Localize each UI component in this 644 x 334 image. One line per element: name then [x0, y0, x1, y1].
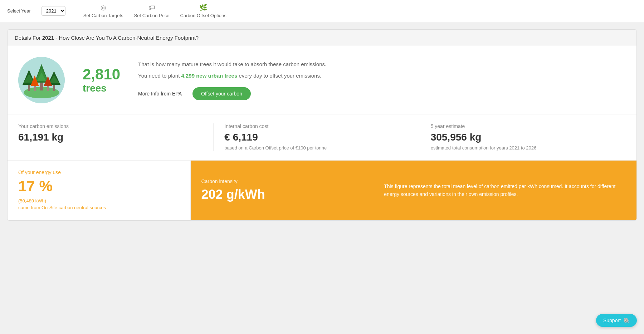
- tree-illustration: [18, 57, 65, 103]
- top-bar: Select Year 2021 2020 2019 ◎ Set Carbon …: [0, 0, 644, 22]
- svg-rect-12: [34, 86, 36, 91]
- stat-value-cost: € 6,119: [224, 131, 409, 143]
- tree-actions: More Info from EPA Offset your carbon: [138, 87, 626, 100]
- offset-icon: 🌿: [199, 4, 207, 11]
- stat-value-emissions: 61,191 kg: [18, 131, 203, 143]
- energy-kwh: (50,489 kWh): [18, 197, 180, 205]
- main-card: Details For 2021 - How Close Are You To …: [7, 29, 637, 221]
- tree-desc-line2: You need to plant 4.299 new urban trees …: [138, 72, 626, 80]
- nav-items: ◎ Set Carbon Targets 🏷 Set Carbon Price …: [83, 4, 226, 18]
- nav-label-targets: Set Carbon Targets: [83, 13, 123, 18]
- tree-label: trees: [83, 83, 120, 94]
- stat-label-emissions: Your carbon emissions: [18, 123, 203, 129]
- epa-link[interactable]: More Info from EPA: [138, 91, 182, 97]
- tree-desc-line1: That is how many mature trees it would t…: [138, 60, 626, 69]
- stat-sub-cost: based on a Carbon Offset price of €100 p…: [224, 145, 409, 151]
- nav-carbon-offset-options[interactable]: 🌿 Carbon Offset Options: [180, 4, 226, 18]
- card-header: Details For 2021 - How Close Are You To …: [8, 30, 636, 46]
- select-year-label: Select Year: [7, 8, 31, 14]
- ci-description: This figure represents the total mean le…: [373, 161, 636, 220]
- stat-label-cost: Internal carbon cost: [224, 123, 409, 129]
- targets-icon: ◎: [101, 4, 106, 11]
- svg-rect-9: [53, 85, 55, 91]
- stat-five-year: 5 year estimate 305,956 kg estimated tot…: [420, 123, 626, 151]
- stat-value-five-year: 305,956 kg: [431, 131, 615, 143]
- tree-description: That is how many mature trees it would t…: [131, 60, 626, 100]
- energy-label: Of your energy use: [18, 170, 180, 175]
- energy-source: came from On-Site carbon neutral sources: [18, 204, 180, 211]
- offset-carbon-button[interactable]: Offset your carbon: [192, 87, 251, 100]
- energy-sub: (50,489 kWh) came from On-Site carbon ne…: [18, 197, 180, 211]
- year-select[interactable]: 2021 2020 2019: [42, 6, 65, 16]
- nav-label-price: Set Carbon Price: [134, 13, 170, 18]
- nav-set-carbon-price[interactable]: 🏷 Set Carbon Price: [134, 4, 170, 18]
- energy-percent: 17 %: [18, 178, 180, 195]
- nav-set-carbon-targets[interactable]: ◎ Set Carbon Targets: [83, 4, 123, 18]
- svg-rect-14: [47, 86, 49, 91]
- ci-value: 202 g/kWh: [201, 187, 363, 202]
- tree-desc-highlight: 4.299 new urban trees: [181, 73, 238, 79]
- trees-section: 2,810 trees That is how many mature tree…: [8, 46, 636, 114]
- header-suffix: - How Close Are You To A Carbon-Neutral …: [54, 35, 199, 41]
- carbon-intensity-block: Carbon intensity 202 g/kWh: [191, 161, 374, 220]
- tree-desc-pre: You need to plant: [138, 73, 181, 79]
- stat-carbon-cost: Internal carbon cost € 6,119 based on a …: [213, 123, 419, 151]
- stat-carbon-emissions: Your carbon emissions 61,191 kg: [18, 123, 213, 151]
- tree-graphic: [18, 57, 65, 103]
- ci-description-text: This figure represents the total mean le…: [384, 182, 626, 198]
- stat-sub-five-year: estimated total consumption for years 20…: [431, 145, 615, 151]
- ci-label: Carbon intensity: [201, 178, 363, 184]
- svg-rect-2: [40, 83, 43, 90]
- main-container: Details For 2021 - How Close Are You To …: [0, 22, 644, 228]
- svg-rect-6: [28, 85, 30, 91]
- energy-block: Of your energy use 17 % (50,489 kWh) cam…: [8, 161, 191, 220]
- tree-count: 2,810: [83, 66, 120, 83]
- stats-section: Your carbon emissions 61,191 kg Internal…: [8, 114, 636, 161]
- tree-desc-post: every day to offset your emissions.: [237, 73, 321, 79]
- stat-label-five-year: 5 year estimate: [431, 123, 615, 129]
- tree-number: 2,810 trees: [83, 66, 120, 94]
- card-body: 2,810 trees That is how many mature tree…: [8, 46, 636, 220]
- price-icon: 🏷: [148, 4, 155, 11]
- bottom-section: Of your energy use 17 % (50,489 kWh) cam…: [8, 161, 636, 220]
- header-year: 2021: [42, 35, 54, 41]
- nav-label-offset: Carbon Offset Options: [180, 13, 226, 18]
- header-prefix: Details For: [15, 35, 42, 41]
